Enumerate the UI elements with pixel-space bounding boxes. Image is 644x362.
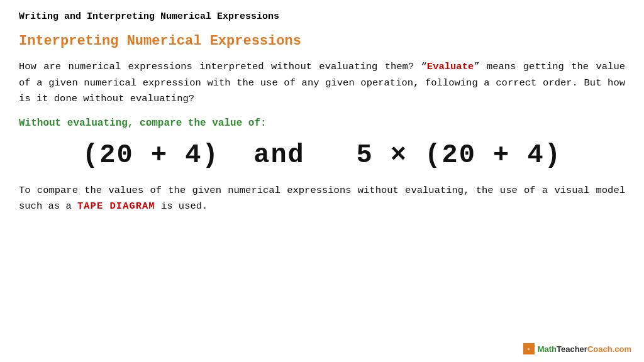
- bottom-paragraph: To compare the values of the given numer…: [19, 183, 625, 215]
- section-heading: Interpreting Numerical Expressions: [19, 33, 625, 49]
- math-expression: (20 + 4) and 5 × (20 + 4): [82, 140, 562, 170]
- tape-diagram-label: TAPE DIAGRAM: [77, 200, 155, 212]
- subheading-green: Without evaluating, compare the value of…: [19, 118, 625, 129]
- watermark-coach: Coach.com: [587, 344, 631, 354]
- evaluate-word: Evaluate: [427, 61, 474, 72]
- bottom-text-part2: is used.: [155, 200, 208, 212]
- intro-text-part1: How are numerical expressions interprete…: [19, 61, 427, 72]
- watermark-icon-text: ✦: [527, 346, 530, 353]
- page-container: Writing and Interpreting Numerical Expre…: [0, 0, 644, 362]
- watermark-icon: ✦: [523, 343, 535, 354]
- watermark-text: MathTeacherCoach.com: [538, 344, 631, 354]
- math-right: 5 × (20 + 4): [356, 140, 561, 170]
- watermark-teacher: Teacher: [557, 344, 587, 354]
- watermark: ✦ MathTeacherCoach.com: [523, 343, 631, 354]
- math-left: (20 + 4): [82, 140, 219, 170]
- watermark-math: Math: [538, 344, 557, 354]
- math-and: and: [253, 140, 305, 170]
- page-title: Writing and Interpreting Numerical Expre…: [19, 11, 625, 22]
- math-expression-container: (20 + 4) and 5 × (20 + 4): [19, 140, 625, 170]
- intro-paragraph: How are numerical expressions interprete…: [19, 59, 625, 107]
